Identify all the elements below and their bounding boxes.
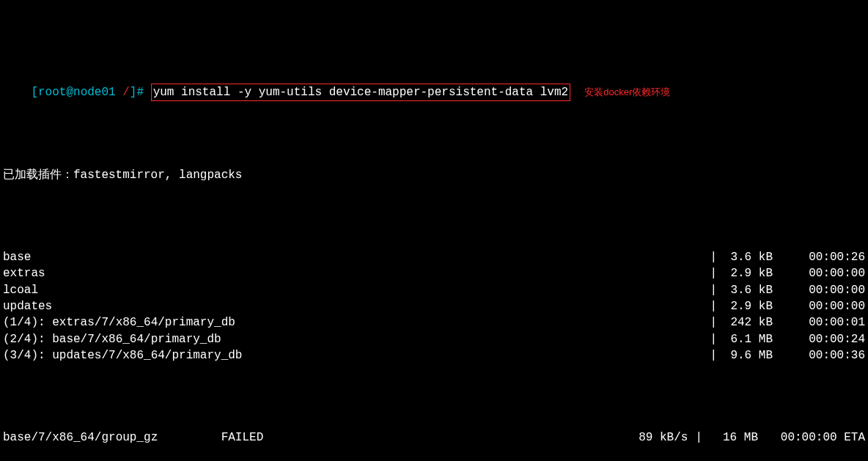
repo-row: lcoal|3.6 kB00:00:00	[3, 282, 865, 298]
repo-row: updates|2.9 kB00:00:00	[3, 298, 865, 314]
time: 00:00:26	[773, 249, 865, 265]
repo-row: (3/4): updates/7/x86_64/primary_db|9.6 M…	[3, 347, 865, 364]
pipe-separator: |	[691, 429, 707, 446]
eta: 00:00:00 ETA	[758, 429, 865, 446]
time: 00:00:00	[773, 298, 865, 314]
repo-row: base|3.6 kB00:00:26	[3, 249, 865, 265]
pipe-separator: |	[705, 347, 721, 364]
path: /	[122, 86, 130, 99]
time: 00:00:00	[773, 265, 865, 281]
annotation-install-deps: 安装docker依赖环境	[584, 86, 670, 99]
output-text: 已加载插件：fastestmirror, langpacks	[3, 167, 865, 183]
pipe-separator: |	[705, 282, 721, 298]
pipe-separator: |	[705, 265, 721, 281]
size: 242 kB	[721, 314, 773, 331]
size: 3.6 kB	[721, 249, 773, 265]
pipe-separator: |	[705, 331, 721, 347]
repo-name: updates	[3, 298, 705, 314]
size: 6.1 MB	[721, 331, 773, 347]
user-host: root@node01	[38, 86, 122, 99]
time: 00:00:36	[773, 347, 865, 364]
command-line-1: [root@node01 /]# yum install -y yum-util…	[3, 67, 865, 118]
status-failed: FAILED	[221, 431, 264, 444]
repo-name: (2/4): base/7/x86_64/primary_db	[3, 331, 705, 347]
pipe-separator: |	[705, 314, 721, 331]
repo-list-1: base|3.6 kB00:00:26extras|2.9 kB00:00:00…	[3, 249, 865, 364]
repo-fail-row: base/7/x86_64/group_gz FAILED 89 kB/s | …	[3, 429, 865, 446]
size: 9.6 MB	[721, 347, 773, 364]
repo-row: extras|2.9 kB00:00:00	[3, 265, 865, 281]
terminal[interactable]: [root@node01 /]# yum install -y yum-util…	[0, 0, 868, 461]
bracket-close: ]#	[130, 86, 151, 99]
size: 2.9 kB	[721, 298, 773, 314]
time: 00:00:24	[773, 331, 865, 347]
repo-row: (1/4): extras/7/x86_64/primary_db|242 kB…	[3, 314, 865, 331]
transfer-rate: 89 kB/s	[639, 429, 691, 446]
pipe-separator: |	[705, 249, 721, 265]
pipe-separator: |	[705, 298, 721, 314]
repo-name: (1/4): extras/7/x86_64/primary_db	[3, 314, 705, 331]
repo-name: lcoal	[3, 282, 705, 298]
time: 00:00:01	[773, 314, 865, 331]
repo-name: base	[3, 249, 705, 265]
time: 00:00:00	[773, 282, 865, 298]
repo-name: (3/4): updates/7/x86_64/primary_db	[3, 347, 705, 364]
bracket-open: [	[31, 86, 38, 99]
repo-name: extras	[3, 265, 705, 281]
size: 16 MB	[707, 429, 758, 446]
repo-name: base/7/x86_64/group_gz	[3, 431, 158, 444]
size: 2.9 kB	[721, 265, 773, 281]
size: 3.6 kB	[721, 282, 773, 298]
repo-row: (2/4): base/7/x86_64/primary_db|6.1 MB00…	[3, 331, 865, 347]
command-box-1: yum install -y yum-utils device-mapper-p…	[151, 84, 571, 101]
